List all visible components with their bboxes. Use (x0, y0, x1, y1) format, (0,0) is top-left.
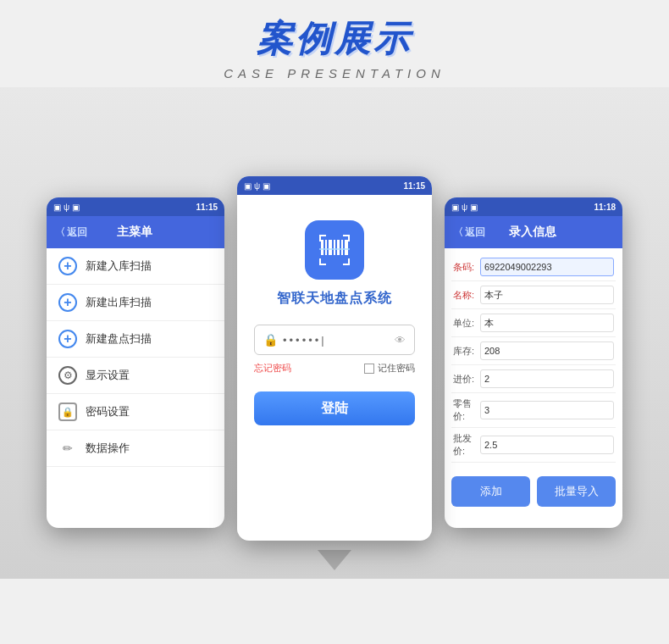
menu-item-1[interactable]: + 新建入库扫描 (47, 248, 224, 285)
forgot-password-link[interactable]: 忘记密码 (254, 362, 291, 375)
bottom-triangle-icon (318, 550, 351, 570)
label-purchase: 进价: (453, 373, 480, 386)
batch-import-button[interactable]: 批量导入 (537, 476, 616, 507)
edit-icon: ✏ (58, 439, 77, 458)
form-row-unit: 单位: 本 (451, 309, 616, 337)
status-icons-center: ▣ψ▣ (244, 181, 270, 191)
svg-rect-0 (321, 240, 323, 255)
entry-form: 条码: 6922049002293 名称: 本子 单位: 本 库存: 208 进… (445, 248, 622, 468)
input-name[interactable]: 本子 (480, 286, 614, 304)
status-icons-right: ▣ψ▣ (451, 203, 478, 212)
form-row-barcode: 条码: 6922049002293 (451, 253, 616, 281)
phone-center: ▣ψ▣ 11:15 (237, 176, 432, 541)
password-field[interactable]: 🔒 ••••••| 👁 (254, 325, 415, 355)
back-btn-left[interactable]: 〈 返回 (55, 225, 87, 240)
form-row-purchase: 进价: 2 (451, 365, 616, 393)
forgot-remember-row: 忘记密码 记住密码 (254, 362, 415, 375)
password-dots: ••••••| (283, 334, 395, 347)
plus-icon-3: + (58, 330, 77, 348)
back-arrow-right: 〈 (453, 225, 463, 240)
sub-title: CASE PRESENTATION (0, 66, 669, 80)
menu-label-4: 显示设置 (86, 368, 130, 383)
svg-rect-5 (341, 240, 343, 255)
lock-icon: 🔒 (58, 402, 77, 421)
back-label-right: 返回 (465, 225, 485, 240)
remember-password: 记住密码 (364, 362, 415, 375)
add-button[interactable]: 添加 (451, 476, 530, 507)
app-logo (305, 220, 364, 280)
phone-left: ▣ψ▣ 11:15 〈 返回 主菜单 + 新建入库扫描 + 新建出库扫描 + (47, 197, 224, 528)
lock-field-icon: 🔒 (263, 333, 278, 347)
menu-label-6: 数据操作 (86, 441, 130, 456)
status-bar-right: ▣ψ▣ 11:18 (445, 197, 622, 216)
phone-right: ▣ψ▣ 11:18 〈 返回 录入信息 条码: 6922049002293 名称… (445, 197, 622, 528)
input-barcode[interactable]: 6922049002293 (480, 258, 614, 276)
gear-icon: ⚙ (58, 366, 77, 385)
form-row-retail: 零售价: 3 (451, 393, 616, 428)
svg-rect-3 (334, 240, 335, 255)
remember-label: 记住密码 (378, 362, 415, 375)
nav-title-left: 主菜单 (87, 225, 182, 240)
menu-item-3[interactable]: + 新建盘点扫描 (47, 321, 224, 358)
back-arrow-left: 〈 (55, 225, 65, 240)
plus-icon-1: + (58, 257, 77, 275)
input-unit[interactable]: 本 (480, 314, 614, 332)
phones-area: ▣ψ▣ 11:15 〈 返回 主菜单 + 新建入库扫描 + 新建出库扫描 + (0, 87, 669, 579)
menu-item-5[interactable]: 🔒 密码设置 (47, 394, 224, 430)
header: 案例展示 CASE PRESENTATION (0, 0, 669, 87)
menu-label-5: 密码设置 (86, 404, 130, 419)
status-bar-left: ▣ψ▣ 11:15 (47, 197, 224, 216)
svg-rect-4 (337, 240, 340, 255)
svg-rect-1 (325, 240, 327, 255)
input-purchase[interactable]: 2 (480, 369, 614, 388)
eye-icon[interactable]: 👁 (395, 334, 406, 347)
svg-rect-2 (329, 240, 332, 255)
svg-rect-11 (348, 235, 350, 242)
menu-label-1: 新建入库扫描 (86, 258, 152, 274)
input-wholesale[interactable]: 2.5 (480, 436, 614, 454)
label-barcode: 条码: (453, 261, 480, 274)
main-title: 案例展示 (0, 15, 669, 63)
status-icons-left: ▣ψ▣ (53, 203, 80, 212)
plus-icon-2: + (58, 293, 77, 312)
svg-rect-6 (345, 240, 348, 255)
menu-item-6[interactable]: ✏ 数据操作 (47, 430, 224, 467)
menu-label-3: 新建盘点扫描 (86, 331, 152, 347)
form-row-name: 名称: 本子 (451, 281, 616, 309)
barcode-logo-icon (316, 231, 353, 269)
svg-rect-13 (319, 258, 321, 265)
label-name: 名称: (453, 289, 480, 302)
label-retail: 零售价: (453, 397, 480, 423)
time-center: 11:15 (403, 181, 425, 191)
form-row-wholesale: 批发价: 2.5 (451, 428, 616, 463)
menu-list: + 新建入库扫描 + 新建出库扫描 + 新建盘点扫描 ⚙ 显示设置 🔒 密码设置… (47, 248, 224, 467)
menu-label-2: 新建出库扫描 (86, 295, 152, 310)
label-unit: 单位: (453, 317, 480, 330)
app-name: 智联天地盘点系统 (277, 290, 392, 308)
input-stock[interactable]: 208 (480, 341, 614, 360)
svg-rect-7 (319, 248, 350, 250)
menu-item-2[interactable]: + 新建出库扫描 (47, 285, 224, 321)
time-left: 11:15 (196, 203, 218, 212)
form-row-stock: 库存: 208 (451, 337, 616, 365)
menu-item-4[interactable]: ⚙ 显示设置 (47, 358, 224, 394)
remember-checkbox[interactable] (364, 364, 374, 374)
svg-rect-9 (319, 235, 321, 242)
back-btn-right[interactable]: 〈 返回 (453, 225, 485, 240)
time-right: 11:18 (594, 203, 616, 212)
label-wholesale: 批发价: (453, 432, 480, 458)
nav-bar-left: 〈 返回 主菜单 (47, 216, 224, 248)
login-content: 智联天地盘点系统 🔒 ••••••| 👁 忘记密码 记住密码 登陆 (237, 195, 432, 442)
nav-bar-right: 〈 返回 录入信息 (445, 216, 622, 248)
nav-title-right: 录入信息 (485, 225, 580, 240)
status-bar-center: ▣ψ▣ 11:15 (237, 176, 432, 195)
svg-rect-15 (348, 258, 350, 265)
login-button[interactable]: 登陆 (254, 391, 415, 425)
form-buttons: 添加 批量导入 (445, 468, 622, 515)
back-label-left: 返回 (67, 225, 87, 240)
label-stock: 库存: (453, 345, 480, 358)
input-retail[interactable]: 3 (480, 401, 614, 419)
